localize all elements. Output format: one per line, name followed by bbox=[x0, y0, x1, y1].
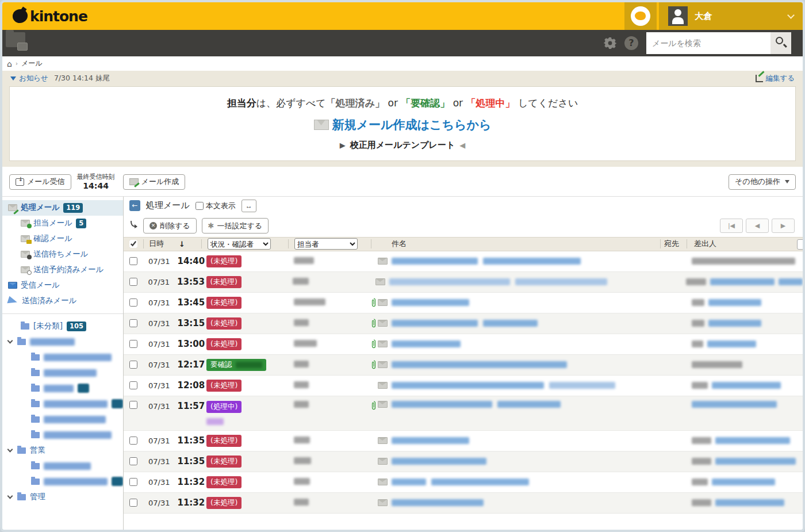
more-actions-button[interactable]: その他の操作 bbox=[729, 174, 796, 190]
first-page-button[interactable]: |◀ bbox=[720, 219, 743, 233]
column-width-button[interactable]: ↔ bbox=[241, 200, 256, 212]
edit-announcement-link[interactable]: 編集する bbox=[756, 74, 795, 83]
row-checkbox[interactable] bbox=[129, 457, 137, 465]
prev-page-button[interactable]: ◀ bbox=[746, 219, 769, 233]
table-row[interactable]: 07/3111:57 (処理中) bbox=[124, 396, 803, 431]
redacted-folder-name bbox=[44, 400, 108, 408]
row-checkbox[interactable] bbox=[129, 257, 137, 265]
row-checkbox[interactable] bbox=[129, 278, 137, 286]
row-checkbox[interactable] bbox=[129, 319, 137, 327]
row-checkbox[interactable] bbox=[129, 361, 137, 369]
sidebar-item-processed-mail[interactable]: 処理メール 119 bbox=[2, 200, 123, 216]
last-received-label: 最終受信時刻 bbox=[77, 174, 115, 181]
app-launcher-button[interactable] bbox=[624, 2, 657, 30]
sidebar-item-assigned-mail[interactable]: 担当メール 5 bbox=[2, 216, 123, 231]
new-mail-link[interactable]: 新規メール作成はこちらから bbox=[314, 117, 492, 133]
redacted-assignee bbox=[294, 437, 310, 443]
folder-group[interactable] bbox=[2, 334, 123, 350]
table-row[interactable]: 07/3111:32 (未処理) bbox=[124, 493, 803, 514]
row-checkbox[interactable] bbox=[129, 437, 137, 445]
redacted-folder-name bbox=[44, 354, 112, 361]
chevron-expand-icon[interactable] bbox=[7, 447, 13, 453]
search-input[interactable] bbox=[646, 32, 770, 54]
sidebar-item-scheduled-mail[interactable]: 送信予約済みメール bbox=[2, 262, 123, 278]
folder-admin[interactable]: 管理 bbox=[2, 489, 123, 505]
chevron-expand-icon[interactable] bbox=[7, 493, 13, 499]
folder-item[interactable] bbox=[2, 365, 123, 381]
sidebar-item-confirm-mail[interactable]: 確認メール bbox=[2, 231, 123, 247]
folder-uncategorized[interactable]: [未分類] 105 bbox=[2, 319, 123, 334]
row-checkbox[interactable] bbox=[129, 340, 137, 348]
row-checkbox[interactable] bbox=[129, 381, 137, 389]
search-icon bbox=[776, 37, 783, 44]
announcement-toggle[interactable]: お知らせ bbox=[10, 74, 48, 83]
sidebar-item-inbox[interactable]: 受信メール bbox=[2, 278, 123, 293]
table-row[interactable]: 07/3111:32 (未処理) bbox=[124, 472, 803, 493]
avatar bbox=[668, 6, 688, 26]
column-to[interactable]: 宛先 bbox=[661, 239, 687, 249]
row-checkbox[interactable] bbox=[129, 499, 137, 507]
compose-mail-button[interactable]: メール作成 bbox=[123, 174, 186, 190]
paper-plane-icon bbox=[7, 296, 18, 306]
settings-gear-icon[interactable] bbox=[604, 37, 616, 49]
user-menu[interactable]: 大倉 bbox=[659, 2, 803, 30]
redacted-folder-name bbox=[44, 431, 112, 439]
row-checkbox[interactable] bbox=[129, 298, 137, 307]
table-row[interactable]: 07/3113:53 (未処理) bbox=[124, 272, 803, 293]
sidebar-item-sent[interactable]: 送信済みメール bbox=[2, 293, 123, 309]
next-page-button[interactable]: ▶ bbox=[772, 219, 795, 233]
redacted-folder-name bbox=[44, 369, 97, 377]
receive-mail-button[interactable]: メール受信 bbox=[9, 174, 71, 190]
folder-item[interactable] bbox=[2, 474, 123, 489]
table-row[interactable]: 07/3111:35 (未処理) bbox=[124, 451, 803, 472]
folder-item[interactable] bbox=[2, 381, 123, 396]
folder-item[interactable] bbox=[2, 396, 123, 412]
folder-item[interactable] bbox=[2, 412, 123, 427]
body-display-toggle[interactable]: 本文表示 bbox=[195, 201, 236, 211]
table-row[interactable]: 07/3114:40 (未処理) bbox=[124, 251, 803, 272]
folder-item[interactable] bbox=[2, 427, 123, 443]
assignee-filter-select[interactable]: 担当者 bbox=[294, 238, 358, 250]
row-checkbox[interactable] bbox=[129, 401, 137, 409]
status-filter-select[interactable]: 状況・確認者 bbox=[208, 238, 271, 250]
collapse-sidebar-button[interactable]: ← bbox=[129, 200, 140, 211]
redacted-subject bbox=[392, 479, 426, 485]
row-checkbox[interactable] bbox=[129, 478, 137, 486]
column-subject[interactable]: 件名 bbox=[380, 239, 660, 249]
announcement-rule-text: 担当分は、必ずすべて「処理済み」 or 「要確認」 or 「処理中」 してくださ… bbox=[227, 97, 578, 110]
home-icon[interactable]: ⌂ bbox=[7, 60, 12, 68]
table-row[interactable]: 07/3113:15 (未処理) bbox=[124, 313, 803, 334]
delete-label: 削除する bbox=[160, 221, 190, 231]
folder-sales[interactable]: 営業 bbox=[2, 443, 123, 458]
delete-x-icon: ✕ bbox=[150, 222, 157, 229]
select-all-checkbox[interactable] bbox=[129, 240, 137, 248]
table-row[interactable]: 07/3112:08 (未処理) bbox=[124, 376, 803, 396]
announcement-meta: 7/30 14:14 妹尾 bbox=[54, 74, 110, 83]
redacted-assignee bbox=[294, 361, 309, 368]
mail-pencil-icon bbox=[8, 204, 17, 211]
kintone-logo[interactable]: kintone bbox=[2, 8, 87, 25]
bulk-set-button[interactable]: ✱ 一括設定する bbox=[202, 218, 269, 234]
delete-button[interactable]: ✕ 削除する bbox=[143, 218, 197, 234]
redacted-sender bbox=[692, 479, 708, 485]
search-button[interactable] bbox=[770, 32, 791, 54]
edit-announcement-label: 編集する bbox=[765, 74, 795, 83]
folder-item[interactable] bbox=[2, 458, 123, 474]
sort-desc-icon[interactable]: ↓ bbox=[179, 240, 185, 248]
help-icon[interactable]: ? bbox=[624, 36, 638, 50]
folder-item[interactable] bbox=[2, 350, 123, 365]
table-row[interactable]: 07/3112:17 要確認 bbox=[124, 355, 803, 376]
mail-app-icon[interactable] bbox=[6, 32, 25, 47]
table-row[interactable]: 07/3113:00 (未処理) bbox=[124, 334, 803, 355]
column-settings-button[interactable] bbox=[797, 239, 803, 250]
table-row[interactable]: 07/3113:45 (未処理) bbox=[124, 293, 803, 313]
attachment-icon bbox=[371, 401, 376, 410]
sidebar-item-waiting-mail[interactable]: 送信待ちメール bbox=[2, 247, 123, 262]
table-row[interactable]: 07/3111:35 (未処理) bbox=[124, 431, 803, 451]
column-from[interactable]: 差出人 bbox=[687, 239, 803, 249]
template-link[interactable]: ▶ 校正用メールテンプレート ◀ bbox=[340, 140, 465, 151]
chevron-expand-icon[interactable] bbox=[7, 338, 13, 344]
breadcrumb-app[interactable]: メール bbox=[21, 59, 43, 68]
column-date[interactable]: 日時 bbox=[149, 239, 164, 249]
body-display-checkbox[interactable] bbox=[195, 202, 204, 210]
